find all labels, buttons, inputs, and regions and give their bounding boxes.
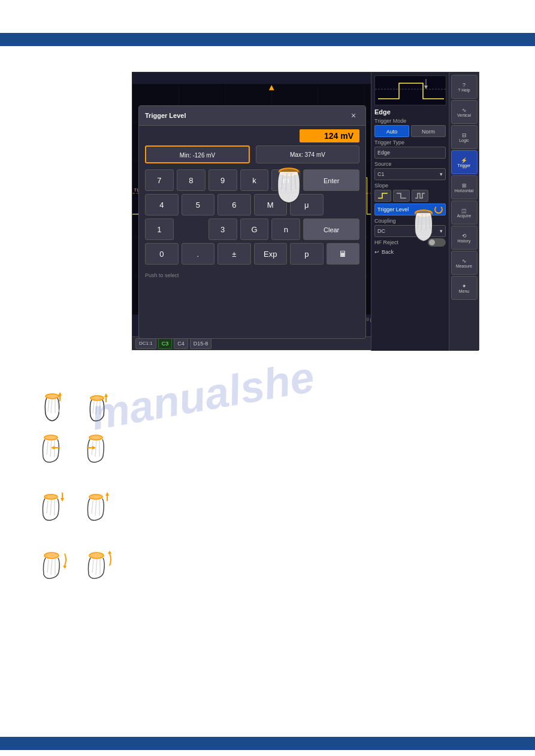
source-select[interactable]: C1 ▾	[374, 168, 446, 180]
measure-icon: ∿	[462, 258, 467, 264]
keypad: 7 8 9 k m Enter 4 5 6 M μ 1 3 G n	[139, 166, 365, 271]
swipe-right-gesture-icon	[81, 431, 114, 464]
key-empty-1	[327, 194, 360, 215]
history-icon: ⟲	[462, 233, 467, 239]
keypad-row-2: 4 5 6 M μ	[145, 194, 359, 215]
key-3[interactable]: 3	[208, 218, 237, 240]
min-button[interactable]: Min: -126 mV	[145, 145, 250, 163]
svg-marker-81	[108, 551, 111, 554]
svg-point-51	[44, 435, 58, 440]
key-M[interactable]: M	[254, 194, 288, 215]
svg-marker-47	[104, 393, 108, 397]
key-m[interactable]: m	[271, 169, 300, 191]
rotate-left-gesture-icon	[36, 545, 69, 578]
push-hint: Push to select	[139, 271, 365, 280]
tap-gesture-icon	[36, 389, 69, 422]
swipe-left-gesture-icon	[36, 431, 69, 464]
key-micro[interactable]: μ	[290, 194, 324, 215]
clear-button[interactable]: Clear	[303, 218, 359, 240]
status-c3: C3	[158, 338, 173, 349]
coupling-select[interactable]: DC ▾	[374, 225, 446, 237]
history-button[interactable]: ⟲ History	[451, 226, 477, 250]
key-5[interactable]: 5	[182, 194, 215, 215]
key-exp[interactable]: Exp	[254, 243, 288, 265]
slope-rising[interactable]	[374, 190, 391, 202]
rotate-right-gesture-icon	[81, 545, 114, 578]
key-9[interactable]: 9	[208, 169, 237, 191]
slope-falling[interactable]	[393, 190, 410, 202]
key-k[interactable]: k	[240, 169, 269, 191]
dialog-title: Trigger Level	[145, 112, 186, 119]
svg-marker-65	[61, 498, 64, 502]
trigger-level-spinner	[434, 205, 443, 214]
svg-point-80	[89, 552, 104, 558]
auto-button[interactable]: Auto	[374, 125, 409, 137]
enter-button[interactable]: Enter	[303, 169, 359, 191]
key-n[interactable]: n	[271, 218, 300, 240]
acquire-button[interactable]: ◫ Acquire	[451, 201, 477, 224]
norm-button[interactable]: Norm	[411, 125, 446, 137]
key-plusminus[interactable]: ±	[217, 243, 251, 265]
help-button[interactable]: ? ? Help	[451, 75, 477, 99]
dialog-close-button[interactable]: ×	[347, 110, 359, 122]
slope-icons	[374, 190, 446, 202]
top-banner	[0, 33, 535, 46]
hf-reject-row: HF Reject	[374, 238, 446, 247]
svg-marker-71	[105, 492, 109, 496]
trigger-panel: Edge Trigger Mode Auto Norm Trigger Type…	[371, 72, 449, 351]
swipe-up-gesture-icon	[81, 389, 114, 422]
trigger-button[interactable]: ⚡ Trigger	[451, 150, 477, 174]
gesture-icons-section	[36, 389, 156, 569]
oscilloscope-screen: TL -60 μs -40 μs -20 μs 0 μs 20 μs 40 μs…	[132, 72, 479, 350]
menu-button[interactable]: ✦ Menu	[451, 276, 477, 300]
back-button[interactable]: ↩ Back	[374, 249, 446, 255]
svg-marker-76	[63, 566, 67, 569]
slope-label: Slope	[374, 183, 446, 189]
key-6[interactable]: 6	[217, 194, 251, 215]
trigger-panel-edge-label: Edge	[374, 108, 446, 116]
trigger-waveform-preview	[374, 75, 446, 105]
keypad-row-1: 7 8 9 k m Enter	[145, 169, 359, 191]
key-1[interactable]: 1	[145, 218, 174, 240]
trigger-level-label: Trigger Level	[377, 207, 409, 212]
menu-icon: ✦	[462, 283, 467, 289]
key-0[interactable]: 0	[145, 243, 179, 265]
svg-point-57	[89, 435, 102, 440]
key-empty-2	[177, 218, 205, 240]
status-dc: DC 1:1	[135, 338, 156, 349]
spread-gesture-icon	[81, 488, 114, 521]
pinch-gesture-icon	[36, 488, 69, 521]
right-panel: ? ? Help ∿ Vertical ⊟ Logic ⚡ Trigger ⊞ …	[449, 72, 479, 351]
svg-marker-41	[58, 392, 62, 396]
trigger-type-row: Edge	[374, 147, 446, 159]
hf-reject-toggle[interactable]	[428, 238, 446, 247]
key-7[interactable]: 7	[145, 169, 174, 191]
source-row: C1 ▾	[374, 168, 446, 180]
trigger-type-select[interactable]: Edge	[374, 147, 446, 159]
key-8[interactable]: 8	[177, 169, 205, 191]
max-button[interactable]: Max: 374 mV	[256, 145, 359, 163]
key-dot[interactable]: .	[182, 243, 215, 265]
key-p[interactable]: p	[290, 243, 324, 265]
key-G[interactable]: G	[240, 218, 269, 240]
key-calc[interactable]: 🖩	[327, 243, 360, 265]
horizontal-icon: ⊞	[462, 183, 467, 189]
horizontal-button[interactable]: ⊞ Horizontal	[451, 175, 477, 199]
trigger-type-label: Trigger Type	[374, 139, 446, 145]
svg-point-39	[46, 394, 59, 399]
slope-either[interactable]	[412, 190, 428, 202]
trigger-mode-row: Auto Norm	[374, 125, 446, 137]
keypad-row-3: 1 3 G n Clear	[145, 218, 359, 240]
help-icon: ?	[463, 82, 466, 88]
trigger-level-row[interactable]: Trigger Level	[374, 204, 446, 215]
key-4[interactable]: 4	[145, 194, 179, 215]
svg-point-75	[44, 552, 59, 558]
source-label: Source	[374, 161, 446, 167]
coupling-row: DC ▾	[374, 225, 446, 237]
svg-point-63	[44, 494, 58, 499]
dialog-titlebar: Trigger Level ×	[139, 106, 365, 126]
min-max-row: Min: -126 mV Max: 374 mV	[139, 142, 365, 166]
logic-button[interactable]: ⊟ Logic	[451, 125, 477, 149]
vertical-button[interactable]: ∿ Vertical	[451, 100, 477, 124]
measure-button[interactable]: ∿ Measure	[451, 251, 477, 275]
